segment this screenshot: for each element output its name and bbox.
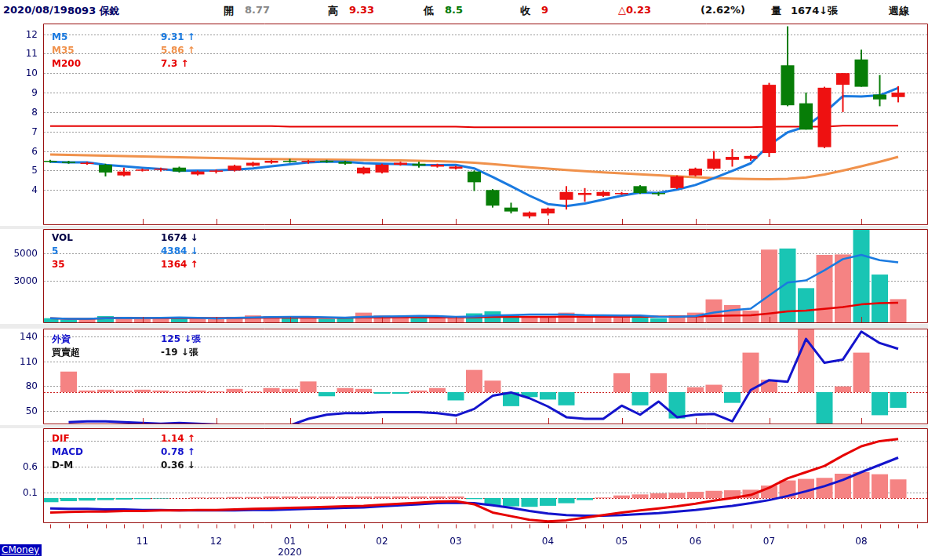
m35-label: M35 <box>52 45 75 56</box>
m35-value: 5.86 ↑ <box>161 45 195 56</box>
m200-label: M200 <box>52 58 81 69</box>
legend-row-dm: D-M 0.36 ↓ <box>52 460 256 473</box>
legend-row-m35: M35 5.86 ↑ <box>52 45 256 58</box>
vol35-value: 1364 ↑ <box>161 259 198 270</box>
macd-value: 0.78 ↑ <box>161 446 195 457</box>
m200-value: 7.3 ↑ <box>161 58 189 69</box>
cmoney-logo: CMoney <box>0 544 42 556</box>
legend-row-netbuy: 買賣超 -19 ↓張 <box>52 346 256 359</box>
legend-row-m5: M5 9.31 ↑ <box>52 31 256 45</box>
dif-label: DIF <box>52 433 70 444</box>
legend-row-vol35: 35 1364 ↑ <box>52 259 256 272</box>
netbuy-value: -19 ↓張 <box>161 346 198 359</box>
dm-label: D-M <box>52 460 73 471</box>
legend-row-m200: M200 7.3 ↑ <box>52 58 256 71</box>
legend-row-foreign: 外資 125 ↓張 <box>52 333 256 346</box>
foreign-value: 125 ↓張 <box>161 333 201 346</box>
foreign-legend: 外資 125 ↓張 買賣超 -19 ↓張 <box>52 333 256 359</box>
volume-legend: VOL 1674 ↓ 5 4384 ↓ 35 1364 ↑ <box>52 232 256 272</box>
m5-label: M5 <box>52 31 67 42</box>
vol-label: VOL <box>52 232 73 243</box>
vol-value: 1674 ↓ <box>161 232 198 243</box>
vol5-label: 5 <box>52 245 58 256</box>
netbuy-label: 買賣超 <box>52 346 80 359</box>
stock-chart-window: 2020/08/19 8093 保銳 開 8.77 高 9.33 低 8.5 收… <box>0 0 928 560</box>
m5-value: 9.31 ↑ <box>161 31 195 42</box>
dm-value: 0.36 ↓ <box>161 460 195 471</box>
legend-row-macd: MACD 0.78 ↑ <box>52 446 256 460</box>
vol5-value: 4384 ↓ <box>161 245 198 256</box>
dif-value: 1.14 ↑ <box>161 433 195 444</box>
legend-row-dif: DIF 1.14 ↑ <box>52 433 256 446</box>
price-legend: M5 9.31 ↑ M35 5.86 ↑ M200 7.3 ↑ <box>52 31 256 71</box>
vol35-label: 35 <box>52 259 65 270</box>
legend-row-vol5: 5 4384 ↓ <box>52 245 256 259</box>
macd-label: MACD <box>52 446 83 457</box>
legend-row-vol: VOL 1674 ↓ <box>52 232 256 245</box>
foreign-label: 外資 <box>52 333 71 346</box>
macd-legend: DIF 1.14 ↑ MACD 0.78 ↑ D-M 0.36 ↓ <box>52 433 256 473</box>
